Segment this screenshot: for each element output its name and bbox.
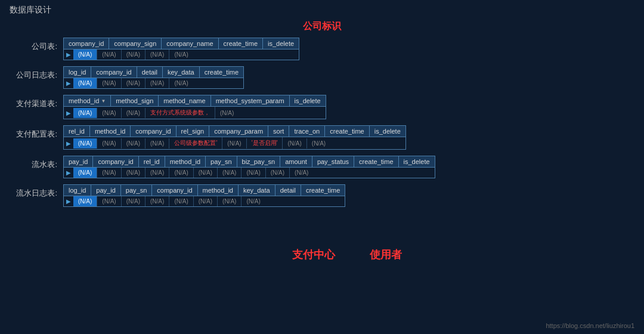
body-col-5-3: (N/A) bbox=[145, 196, 169, 206]
header-col-4-7: pay_status bbox=[312, 156, 354, 167]
db-table-1: log_idcompany_iddetailkey_datacreate_tim… bbox=[63, 66, 244, 89]
db-table-0: company_idcompany_signcompany_namecreate… bbox=[63, 38, 299, 60]
body-col-3-5: (N/A) bbox=[222, 138, 246, 149]
header-col-1-3: key_data bbox=[163, 67, 200, 78]
header-col-3-4: company_param bbox=[209, 126, 268, 137]
table-label-4: 流水表: bbox=[10, 156, 63, 170]
table-label-5: 流水日志表: bbox=[10, 184, 63, 199]
table-label-3: 支付配置表: bbox=[10, 125, 63, 140]
header-col-4-3: method_id bbox=[165, 156, 206, 167]
row-arrow: ▶ bbox=[64, 168, 73, 177]
row-arrow: ▶ bbox=[64, 50, 73, 59]
body-col-3-7: (N/A) bbox=[283, 138, 306, 149]
row-arrow: ▶ bbox=[64, 197, 73, 206]
table-label-1: 公司日志表: bbox=[10, 66, 63, 81]
body-col-3-8: (N/A) bbox=[307, 138, 330, 149]
body-col-0-3: (N/A) bbox=[145, 50, 169, 60]
table-label-2: 支付渠道表: bbox=[10, 95, 63, 109]
body-col-5-7: (N/A) bbox=[242, 196, 265, 206]
header-col-3-7: create_time bbox=[325, 126, 369, 137]
header-col-3-3: rel_sign bbox=[177, 126, 210, 137]
body-col-1-2: (N/A) bbox=[122, 78, 145, 88]
header-col-5-3: company_id bbox=[152, 185, 197, 196]
header-col-1-4: create_time bbox=[200, 67, 243, 78]
header-col-1-0: log_id bbox=[64, 67, 91, 78]
body-col-2-2: (N/A) bbox=[122, 108, 145, 118]
table-row-wrapper: 支付渠道表:method_id ▼method_signmethod_namem… bbox=[10, 95, 634, 119]
header-col-1-1: company_id bbox=[91, 67, 137, 78]
body-col-5-2: (N/A) bbox=[122, 196, 145, 206]
header-col-1-2: detail bbox=[137, 67, 163, 78]
pay-center-label: 支付中心 bbox=[292, 248, 335, 262]
header-col-3-8: is_delete bbox=[370, 126, 405, 137]
header-col-0-0: company_id bbox=[64, 38, 109, 49]
header-col-5-2: pay_sn bbox=[121, 185, 152, 196]
body-col-0-0: (N/A) bbox=[73, 50, 97, 60]
table-row-wrapper: 公司日志表:log_idcompany_iddetailkey_datacrea… bbox=[10, 66, 634, 89]
body-col-4-5: (N/A) bbox=[194, 168, 218, 178]
header-col-4-6: amount bbox=[280, 156, 312, 167]
body-col-5-0: (N/A) bbox=[73, 196, 97, 206]
header-col-3-6: trace_on bbox=[289, 126, 325, 137]
user-label: 使用者 bbox=[370, 248, 402, 262]
body-col-4-8: (N/A) bbox=[266, 168, 290, 178]
table-label-0: 公司表: bbox=[10, 38, 63, 52]
body-col-3-3: (N/A) bbox=[145, 138, 169, 149]
body-col-1-1: (N/A) bbox=[97, 78, 121, 88]
body-col-2-0: (N/A) bbox=[73, 108, 97, 118]
main-content: 公司表:company_idcompany_signcompany_namecr… bbox=[0, 38, 644, 207]
body-col-4-0: (N/A) bbox=[73, 168, 97, 178]
body-col-4-2: (N/A) bbox=[122, 168, 145, 178]
page-title: 数据库设计 bbox=[0, 0, 644, 18]
body-col-3-1: (N/A) bbox=[97, 138, 121, 149]
header-col-5-0: log_id bbox=[64, 185, 91, 196]
body-col-0-4: (N/A) bbox=[169, 50, 193, 60]
body-col-5-5: (N/A) bbox=[194, 196, 218, 206]
header-col-3-1: method_id bbox=[90, 126, 131, 137]
body-col-3-4: 公司级参数配置' bbox=[169, 137, 222, 149]
body-col-2-3: 支付方式系统级参数， bbox=[145, 107, 215, 119]
header-col-3-0: rel_id bbox=[64, 126, 90, 137]
header-col-3-2: company_id bbox=[131, 126, 176, 137]
header-col-5-7: create_time bbox=[301, 185, 345, 196]
body-col-4-7: (N/A) bbox=[242, 168, 265, 178]
header-col-5-5: key_data bbox=[239, 185, 275, 196]
header-col-4-8: create_time bbox=[354, 156, 398, 167]
body-col-3-2: (N/A) bbox=[122, 138, 145, 149]
header-col-2-3: method_system_param bbox=[211, 95, 290, 106]
body-col-5-6: (N/A) bbox=[218, 196, 242, 206]
body-col-4-9: (N/A) bbox=[290, 168, 313, 178]
header-col-0-3: create_time bbox=[219, 38, 263, 49]
header-col-4-1: company_id bbox=[93, 156, 138, 167]
db-table-2: method_id ▼method_signmethod_namemethod_… bbox=[63, 95, 326, 119]
table-row-wrapper: 流水表:pay_idcompany_idrel_idmethod_idpay_s… bbox=[10, 156, 634, 178]
row-arrow: ▶ bbox=[64, 109, 73, 117]
body-col-1-0: (N/A) bbox=[73, 78, 97, 88]
center-label: 公司标识 bbox=[0, 20, 644, 33]
header-col-4-5: biz_pay_sn bbox=[237, 156, 281, 167]
header-col-4-2: rel_id bbox=[139, 156, 165, 167]
table-row-wrapper: 支付配置表:rel_idmethod_idcompany_idrel_signc… bbox=[10, 125, 634, 150]
header-col-3-5: sort bbox=[268, 126, 289, 137]
row-arrow: ▶ bbox=[64, 139, 73, 148]
body-col-1-4: (N/A) bbox=[169, 78, 193, 88]
footer-url: https://blog.csdn.net/liuzhirou1 bbox=[546, 322, 634, 329]
header-col-4-0: pay_id bbox=[64, 156, 93, 167]
table-row-wrapper: 流水日志表:log_idpay_idpay_sncompany_idmethod… bbox=[10, 184, 634, 207]
header-col-5-4: method_id bbox=[198, 185, 239, 196]
body-col-4-3: (N/A) bbox=[145, 168, 169, 178]
body-col-5-4: (N/A) bbox=[169, 196, 193, 206]
db-table-4: pay_idcompany_idrel_idmethod_idpay_snbiz… bbox=[63, 156, 435, 178]
body-col-3-0: (N/A) bbox=[73, 138, 97, 149]
body-col-5-1: (N/A) bbox=[97, 196, 121, 206]
header-col-5-6: detail bbox=[275, 185, 301, 196]
header-col-4-4: pay_sn bbox=[206, 156, 237, 167]
body-col-3-6: '是否启用' bbox=[247, 137, 283, 149]
body-col-2-1: (N/A) bbox=[97, 108, 121, 118]
header-col-5-1: pay_id bbox=[91, 185, 120, 196]
header-col-0-4: is_delete bbox=[263, 38, 299, 49]
row-arrow: ▶ bbox=[64, 79, 73, 88]
header-col-2-2: method_name bbox=[159, 95, 210, 106]
body-col-0-1: (N/A) bbox=[97, 50, 121, 60]
header-col-0-2: company_name bbox=[162, 38, 218, 49]
